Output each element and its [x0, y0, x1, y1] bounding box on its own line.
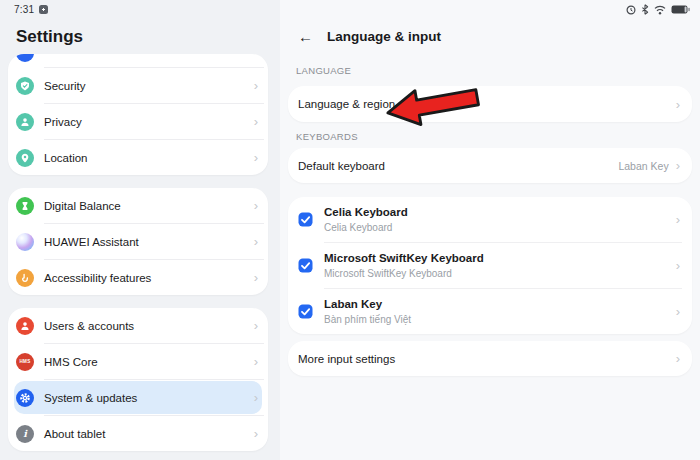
sidebar-item-label: Digital Balance: [44, 200, 252, 212]
chevron-right-icon: ›: [252, 355, 260, 368]
partial-icon: [16, 54, 34, 62]
keyboard-title: Laban Key: [324, 297, 674, 311]
chevron-right-icon: ›: [252, 235, 260, 248]
keyboard-list: Celia KeyboardCelia Keyboard›Microsoft S…: [288, 197, 692, 334]
chevron-right-icon: ›: [252, 151, 260, 164]
chevron-right-icon: ›: [252, 391, 260, 404]
sidebar-item-users-accounts[interactable]: Users & accounts›: [8, 308, 268, 343]
chevron-right-icon: ›: [252, 319, 260, 332]
hand-icon: [16, 269, 34, 287]
keyboard-text: Celia KeyboardCelia Keyboard: [324, 205, 674, 233]
back-arrow-icon[interactable]: ←: [298, 29, 313, 44]
info-icon: i: [16, 425, 34, 443]
default-keyboard-value: Laban Key: [618, 160, 668, 172]
keyboard-checkbox[interactable]: [298, 212, 313, 227]
sidebar-item-label: HMS Core: [44, 356, 252, 368]
section-label-language: LANGUAGE: [296, 65, 351, 76]
person-icon: [16, 317, 34, 335]
language-region-row[interactable]: Language & region ›: [288, 86, 692, 122]
sidebar-item-about-tablet[interactable]: iAbout tablet›: [8, 416, 268, 451]
keyboard-subtitle: Microsoft SwiftKey Keyboard: [324, 268, 674, 280]
keyboard-title: Celia Keyboard: [324, 205, 674, 219]
sidebar-item-huawei-assistant[interactable]: HUAWEI Assistant›: [8, 224, 268, 259]
wifi-icon: [654, 5, 666, 15]
keyboard-checkbox[interactable]: [298, 304, 313, 319]
keyboard-row-microsoft-swiftkey-keyboard[interactable]: Microsoft SwiftKey KeyboardMicrosoft Swi…: [288, 243, 692, 288]
status-icons: [626, 4, 690, 15]
chevron-right-icon: ›: [252, 199, 260, 212]
more-input-settings-row[interactable]: More input settings ›: [288, 341, 692, 376]
panel-header: ← Language & input: [298, 29, 441, 44]
sidebar-item-location[interactable]: Location›: [8, 140, 268, 175]
chevron-right-icon: ›: [674, 213, 682, 226]
sidebar-item-label: About tablet: [44, 428, 252, 440]
sidebar-item-label: Location: [44, 152, 252, 164]
chevron-right-icon: ›: [252, 79, 260, 92]
clock-time: 7:31: [14, 4, 34, 15]
sidebar-card: Security›Privacy›Location›: [8, 54, 268, 175]
alarm-icon: [626, 5, 636, 15]
keyboard-row-celia-keyboard[interactable]: Celia KeyboardCelia Keyboard›: [288, 197, 692, 242]
status-bar: 7:31: [0, 0, 700, 22]
battery-icon: [671, 5, 690, 14]
sidebar-card: Users & accounts›HMSHMS Core›System & up…: [8, 308, 268, 451]
language-input-panel: ← Language & input LANGUAGE Language & r…: [280, 0, 700, 460]
sidebar-item-label: Users & accounts: [44, 320, 252, 332]
chevron-right-icon: ›: [674, 98, 682, 111]
sidebar-item-partial[interactable]: [8, 54, 268, 67]
sidebar-item-label: Security: [44, 80, 252, 92]
chevron-right-icon: ›: [252, 427, 260, 440]
sidebar-item-privacy[interactable]: Privacy›: [8, 104, 268, 139]
chevron-right-icon: ›: [674, 259, 682, 272]
keyboard-text: Microsoft SwiftKey KeyboardMicrosoft Swi…: [324, 251, 674, 279]
sidebar-item-hms-core[interactable]: HMSHMS Core›: [8, 344, 268, 379]
chevron-right-icon: ›: [674, 305, 682, 318]
keyboard-subtitle: Bàn phím tiếng Việt: [324, 314, 674, 326]
language-region-label: Language & region: [298, 98, 674, 110]
shield-icon: [16, 77, 34, 95]
pin-icon: [16, 149, 34, 167]
gear-icon: [16, 389, 34, 407]
keyboard-checkbox[interactable]: [298, 258, 313, 273]
chevron-right-icon: ›: [674, 159, 682, 172]
chevron-right-icon: ›: [252, 115, 260, 128]
sidebar-item-label: System & updates: [44, 392, 252, 404]
hms-icon: HMS: [16, 353, 34, 371]
keyboard-title: Microsoft SwiftKey Keyboard: [324, 251, 674, 265]
keyboard-row-laban-key[interactable]: Laban KeyBàn phím tiếng Việt›: [288, 289, 692, 334]
chevron-right-icon: ›: [674, 352, 682, 365]
bluetooth-icon: [641, 4, 649, 15]
hourglass-icon: [16, 197, 34, 215]
sidebar-item-label: HUAWEI Assistant: [44, 236, 252, 248]
notification-icon: [39, 5, 48, 14]
page-title: Settings: [16, 27, 83, 47]
settings-sidebar: Settings Security›Privacy›Location›Digit…: [0, 0, 280, 460]
sidebar-item-label: Accessibility features: [44, 272, 252, 284]
chevron-right-icon: ›: [252, 271, 260, 284]
keyboard-text: Laban KeyBàn phím tiếng Việt: [324, 297, 674, 325]
sidebar-item-system-updates[interactable]: System & updates›: [8, 380, 268, 415]
sphere-icon: [16, 233, 34, 251]
sidebar-card: Digital Balance›HUAWEI Assistant›Accessi…: [8, 188, 268, 295]
default-keyboard-label: Default keyboard: [298, 160, 618, 172]
keyboard-subtitle: Celia Keyboard: [324, 222, 674, 234]
sidebar-item-security[interactable]: Security›: [8, 68, 268, 103]
more-input-settings-label: More input settings: [298, 353, 674, 365]
sidebar-item-label: Privacy: [44, 116, 252, 128]
sidebar-groups: Security›Privacy›Location›Digital Balanc…: [8, 54, 268, 460]
sidebar-item-digital-balance[interactable]: Digital Balance›: [8, 188, 268, 223]
person-icon: [16, 113, 34, 131]
panel-title: Language & input: [327, 29, 441, 44]
default-keyboard-row[interactable]: Default keyboard Laban Key ›: [288, 148, 692, 183]
sidebar-item-accessibility-features[interactable]: Accessibility features›: [8, 260, 268, 295]
section-label-keyboards: KEYBOARDS: [296, 131, 358, 142]
